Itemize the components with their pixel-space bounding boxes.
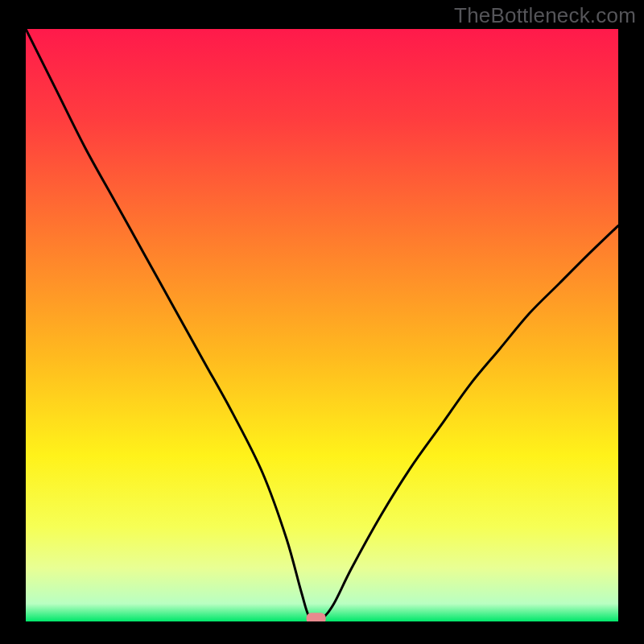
watermark-text: TheBottleneck.com [454, 3, 636, 28]
chart-frame: TheBottleneck.com [0, 0, 644, 644]
plot-area [26, 29, 618, 621]
plot-background [26, 29, 618, 621]
min-marker [307, 613, 326, 621]
chart-svg [26, 29, 618, 621]
